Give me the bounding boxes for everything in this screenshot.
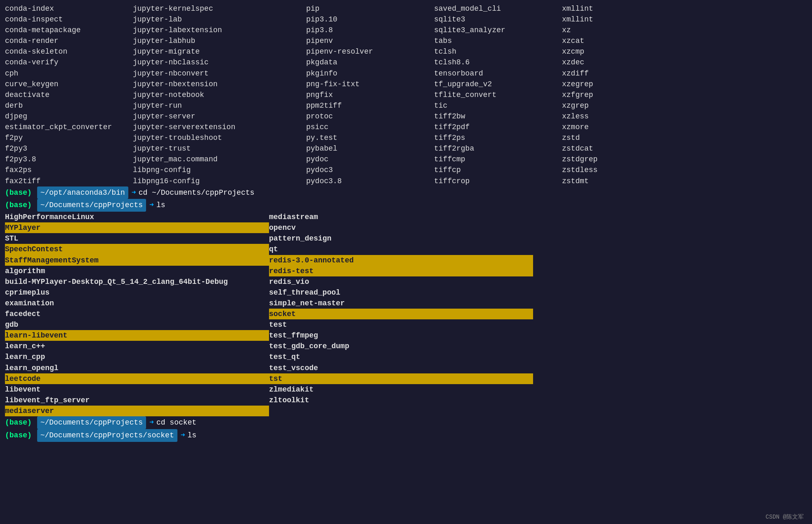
row-7: curve_keygen jupyter-nbextension png-fix… [5, 79, 807, 90]
ls-item-left: HighPerformanceLinux [5, 212, 269, 222]
ls-item-left: StaffManagementSystem [5, 255, 269, 266]
ls-item-right: pattern_design [269, 233, 533, 244]
cell: zstdmt [562, 176, 807, 186]
prompt-cmd-4: ls [188, 430, 197, 441]
prompt-arrow-4: ➜ [181, 430, 185, 441]
cell: pydoc3.8 [306, 176, 434, 186]
ls-item-right: self_thread_pool [269, 287, 533, 298]
cell: jupyter-server [133, 111, 306, 122]
cell: jupyter-nbconvert [133, 68, 306, 79]
cell: zstd [562, 132, 807, 143]
prompt-path-3: ~/Documents/cppProjects [37, 416, 146, 429]
watermark: CSDN @陈文军 [766, 513, 804, 521]
cell: tiff2bw [434, 111, 562, 122]
cell: tflite_convert [434, 90, 562, 100]
row-9: derb jupyter-run ppm2tiff tic xzgrep [5, 100, 807, 111]
ls-item-right: test_gdb_core_dump [269, 341, 533, 352]
cell: tabs [434, 35, 562, 46]
prompt-arrow-2: ➜ [149, 199, 154, 211]
cell: jupyter-labextension [133, 25, 306, 35]
cell: sqlite3 [434, 14, 562, 25]
prompt-cmd-3: cd socket [156, 417, 196, 429]
cell: pip3.8 [306, 25, 434, 35]
cell: xzmore [562, 122, 807, 132]
cell: xzcmp [562, 46, 807, 57]
cell: pydoc [306, 154, 434, 165]
ls-item-right: test_qt [269, 352, 533, 362]
cell: curve_keygen [5, 79, 133, 90]
ls-item-left: libevent_ftp_server [5, 395, 269, 406]
prompt-3: (base) ~/Documents/cppProjects ➜ cd sock… [5, 416, 807, 429]
cell: pipenv-resolver [306, 46, 434, 57]
cell: xzless [562, 111, 807, 122]
cell: tclsh [434, 46, 562, 57]
cell: xmllint [562, 14, 807, 25]
cell: libpng16-config [133, 176, 306, 186]
cell: psicc [306, 122, 434, 132]
row-6: cph jupyter-nbconvert pkginfo tensorboar… [5, 68, 807, 79]
prompt-base-1: (base) [5, 187, 32, 199]
ls-item-right: qt [269, 244, 533, 255]
cell: estimator_ckpt_converter [5, 122, 133, 132]
cell: tensorboard [434, 68, 562, 79]
row-11: estimator_ckpt_converter jupyter-servere… [5, 122, 807, 132]
cell: zstdcat [562, 143, 807, 154]
cell: conda-inspect [5, 14, 133, 25]
prompt-2: (base) ~/Documents/cppProjects ➜ ls [5, 199, 807, 212]
ls-item-left: libevent [5, 384, 269, 395]
prompt-cmd-1: cd ~/Documents/cppProjects [139, 187, 255, 199]
cell: xzdiff [562, 68, 807, 79]
ls-item-left: build-MYPlayer-Desktop_Qt_5_14_2_clang_6… [5, 276, 269, 287]
cell: deactivate [5, 90, 133, 100]
cell: xzdec [562, 57, 807, 68]
row-4: conda-skeleton jupyter-migrate pipenv-re… [5, 46, 807, 57]
cell: tf_upgrade_v2 [434, 79, 562, 90]
cell: xzfgrep [562, 90, 807, 100]
prompt-cmd-2: ls [156, 199, 165, 211]
ls-item-left: learn-libevent [5, 330, 269, 341]
cell: pip [306, 3, 434, 14]
ls-item-right: redis_vio [269, 276, 533, 287]
cell: fax2ps [5, 165, 133, 175]
cell: jupyter-troubleshoot [133, 132, 306, 143]
ls-item-right: zltoolkit [269, 395, 533, 406]
row-16: fax2tiff libpng16-config pydoc3.8 tiffcr… [5, 176, 807, 186]
cell: protoc [306, 111, 434, 122]
ls-item-right: simple_net-master [269, 298, 533, 309]
cell: tic [434, 100, 562, 111]
cell: cph [5, 68, 133, 79]
prompt-base-4: (base) [5, 430, 32, 441]
cell: jupyter-migrate [133, 46, 306, 57]
cell: zstdgrep [562, 154, 807, 165]
prompt-path-1: ~/opt/anaconda3/bin [37, 186, 128, 199]
ls-item-right: redis-test [269, 266, 533, 276]
row-13: f2py3 jupyter-trust pybabel tiff2rgba zs… [5, 143, 807, 154]
cell: conda-skeleton [5, 46, 133, 57]
ls-item-right: socket [269, 309, 533, 319]
prompt-1: (base) ~/opt/anaconda3/bin ➜ cd ~/Docume… [5, 186, 807, 199]
prompt-arrow-1: ➜ [132, 187, 136, 199]
ls-item-right: zlmediakit [269, 384, 533, 395]
cell: pip3.10 [306, 14, 434, 25]
cell: derb [5, 100, 133, 111]
ls-item-left: cprimeplus [5, 287, 269, 298]
ls-item-left: facedect [5, 309, 269, 319]
ls-item-left: learn_opengl [5, 363, 269, 373]
terminal: conda-index jupyter-kernelspec pip saved… [0, 0, 812, 524]
ls-item-left: learn_c++ [5, 341, 269, 352]
cell: conda-render [5, 35, 133, 46]
prompt-arrow-3: ➜ [149, 417, 154, 429]
cell: pydoc3 [306, 165, 434, 175]
row-1: conda-inspect jupyter-lab pip3.10 sqlite… [5, 14, 807, 25]
cell: tiffcrop [434, 176, 562, 186]
prompt-path-2: ~/Documents/cppProjects [37, 199, 146, 212]
cell: fax2tiff [5, 176, 133, 186]
cell: tclsh8.6 [434, 57, 562, 68]
prompt-path-4: ~/Documents/cppProjects/socket [37, 429, 177, 442]
ls-item-left: mediaserver [5, 406, 269, 416]
cell: djpeg [5, 111, 133, 122]
cell: tiffcp [434, 165, 562, 175]
ls-item-right [269, 406, 533, 416]
cell: py.test [306, 132, 434, 143]
row-12: f2py jupyter-troubleshoot py.test tiff2p… [5, 132, 807, 143]
